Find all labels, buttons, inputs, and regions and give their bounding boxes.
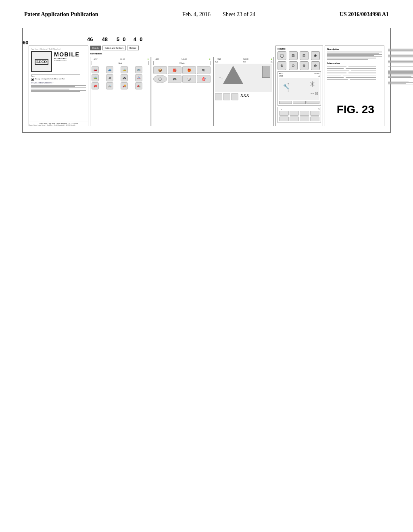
icon-2: 🚙 [106,66,113,73]
arrow-up-icon: ↑ [287,82,289,86]
icon-10: 🚐 [106,82,113,89]
prod-icon-6: 🎮 [168,75,181,83]
info-row-3 [327,70,382,72]
m-icon-8 [310,116,320,121]
related-label: Related [277,48,321,50]
info-row-1 [327,66,382,67]
description-label: Description [327,48,382,50]
data-value-1: == 88 [311,92,318,96]
info-row-4 [327,72,382,74]
arrow-indicator: ↑↓ [219,76,223,80]
price-label: Free [31,75,35,77]
ref-48: 48 [102,36,107,42]
screenshot-panel-1: •••• AT&T9:41 AM🔋 Back 🚗 🚙 🚕 🚌 [90,57,150,126]
product-shape [262,66,270,78]
store-display: ↑↓ [215,64,272,92]
publication-label: Patent Application Publication [24,11,98,18]
status-bar-2: •••• AT&T9:41 AM🔋 [153,58,211,60]
prod-icon-5: ◯ [153,75,167,83]
icon-12: 🚛 [135,82,142,89]
patent-number: US 2016/0034998 A1 [340,11,389,18]
tabs-row: Details Ratings and Reviews Related [90,46,274,50]
ecco-logo-text: ECCO [35,59,48,65]
m-icon-4 [310,111,320,116]
btm-icon-2 [223,93,230,100]
header-center: Feb. 4, 2016 Sheet 23 of 24 [182,11,255,18]
app-title-block: MOBILE ECCO Mobile Todd Mansfield > [54,51,79,72]
icon-grid-row3: 🚒 🚐 🚚 🚛 [92,82,149,89]
rel-icon-7: ⊚ [300,61,309,70]
pub-date: Feb. 4, 2016 [182,11,211,18]
mini-display-1: ✳ 🔧 == 88 ↑ ↓ [279,78,319,100]
icon-grid-row1: 🚗 🚙 🚕 🚌 [92,66,149,73]
mini-status-2: •••▼◯ [279,108,319,110]
rel-icon-8: ⊛ [311,61,320,70]
related-mini-1: ••• LTEZia More 2.51M◀ ✳ 🔧 == 88 ↑ ↓ [277,71,321,106]
status-bar-1: •••• AT&T9:41 AM🔋 [92,58,149,60]
dashed-triangle [223,66,243,84]
iphone-ipad-text: This app is designed for both iPhone and… [35,78,65,80]
related-top-row: ◯ ⊞ ⊟ ⊗ [277,51,321,60]
xxx-label: XXX [240,93,249,100]
tab-details[interactable]: Details [90,46,101,50]
right-annotations [388,46,413,87]
icon-5: 🚎 [92,74,99,81]
tab-ratings[interactable]: Ratings and Reviews [102,46,126,50]
screenshot-panel-2: •••• AT&T9:41 AM🔋 ◯ Back 📦 🎒 🎁 🛍 [152,57,212,126]
description-lines [327,52,382,60]
prod-icon-8: 🎯 [197,75,211,83]
rel-icon-2: ⊞ [289,51,298,60]
related-mid-row: ⊕ ⊙ ⊚ ⊛ [277,61,321,70]
status-bar-3: •••• AT&T9:41 AM🔋 [215,58,272,60]
tab-related[interactable]: Related [127,46,139,50]
m-icon-1 [279,111,289,116]
bottom-breadcrumb: iTunes Store > App Store > Business > To… [29,124,75,126]
information-lines [327,66,382,81]
icon-11: 🚚 [121,82,128,89]
main-diagram-row: 60 App Store > Business > Todd Mansfield… [29,46,384,126]
mini-bar-2 [293,101,306,104]
app-logo: ECCO [31,51,52,72]
prod-icon-4: 🛍 [197,66,211,74]
mini-bar-1 [279,101,292,104]
dev-website: DEVELOPER WEBSITE > [31,82,86,84]
information-label: Information [327,62,382,64]
rel-icon-3: ⊟ [300,51,309,60]
nav-bar-3: Back 80.5 ◯ [215,61,272,63]
mini-status-1: ••• LTEZia More [279,73,319,75]
info-row-7 [327,79,382,81]
bottom-icons-3: XXX [215,93,272,100]
arrow-down-icon: ↓ [287,88,289,92]
icon-grid-bottom: ◯ 🎮 🎲 🎯 [153,75,211,83]
rel-icon-6: ⊙ [289,61,298,70]
rel-icon-5: ⊕ [277,61,286,70]
screenshots-label: Screenshots [90,52,274,55]
icon-grid-top: 📦 🎒 🎁 🛍 [153,66,211,74]
icon-6: 🏎 [106,74,113,81]
prod-icon-2: 🎒 [168,66,181,74]
patent-outer-box: 46 48 50 40 60 App Store > Business > To… [22,28,391,133]
figure-label: FIG. 23 [337,103,374,116]
m-icon-5 [279,116,289,121]
iphone-ipad-icon: ▣ [31,78,34,81]
windmill-icon: ✳ [309,80,315,89]
mini-bottom-1 [279,101,319,104]
m-icon-6 [290,116,299,121]
developer-text: Todd Mansfield > [54,60,79,62]
icon-9: 🚒 [92,82,99,89]
mini-bar-3 [307,101,319,104]
icon-8: 🚑 [135,74,142,81]
screenshots-col: Details Ratings and Reviews Related Scre… [90,46,274,126]
icon-4: 🚌 [135,66,142,73]
ref-numbers-row: 46 48 50 40 [29,34,384,46]
ref-50-40: 50 40 [117,36,146,42]
annotation-text-block [388,47,413,87]
mini-icon-grid-2 [279,116,319,121]
app-header-row: ECCO MOBILE ECCO Mobile Todd Mansfield > [31,51,86,72]
icon-7: 🚓 [121,74,128,81]
m-icon-2 [290,111,299,116]
mini-topbar-1: 2.51M◀ [279,75,319,77]
nav-bar-2: ◯ Back [153,61,211,65]
patent-header: Patent Application Publication Feb. 4, 2… [0,0,413,22]
three-screenshot-panels: •••• AT&T9:41 AM🔋 Back 🚗 🚙 🚕 🚌 [90,57,274,126]
